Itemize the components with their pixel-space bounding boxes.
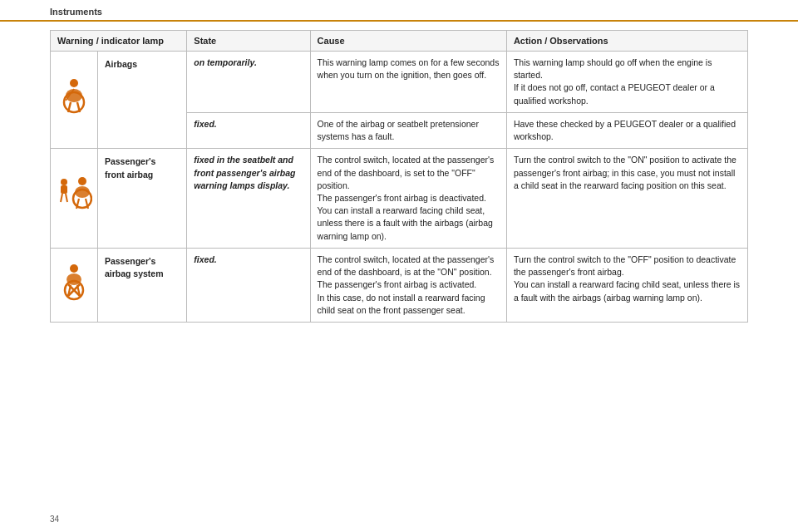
col-warning-lamp: Warning / indicator lamp	[51, 31, 187, 52]
svg-point-1	[66, 89, 82, 102]
svg-line-9	[66, 194, 67, 202]
svg-line-8	[61, 194, 62, 202]
airbag-state-1: on temporarily.	[187, 52, 310, 113]
airbag2-icon	[56, 175, 92, 217]
passenger-airbag-action: Turn the control switch to the "ON" posi…	[506, 149, 747, 249]
table-header-row: Warning / indicator lamp State Cause Act…	[51, 31, 748, 52]
header-title: Instruments	[50, 7, 102, 17]
col-state: State	[187, 31, 310, 52]
page-number: 34	[50, 515, 59, 524]
table-row: Passenger'sfront airbag fixed in the sea…	[51, 149, 748, 249]
passenger-airbag-system-cause: The control switch, located at the passe…	[310, 248, 506, 322]
airbag1-icon	[57, 77, 91, 119]
passenger-airbag-icon-cell	[51, 149, 98, 249]
svg-point-0	[70, 79, 78, 87]
airbag3-icon	[57, 263, 91, 304]
airbag-cause-2: One of the airbag or seatbelt pretension…	[310, 112, 506, 148]
instruments-table: Warning / indicator lamp State Cause Act…	[50, 30, 748, 323]
svg-point-15	[70, 264, 78, 273]
page-content: Warning / indicator lamp State Cause Act…	[0, 22, 798, 339]
passenger-airbag-cause: The control switch, located at the passe…	[310, 149, 506, 249]
passenger-airbag-system-name: Passenger'sairbag system	[97, 248, 186, 322]
airbag-action-2: Have these checked by a PEUGEOT dealer o…	[506, 112, 747, 148]
passenger-airbag-system-action: Turn the control switch to the "OFF" pos…	[506, 248, 747, 322]
col-cause: Cause	[310, 31, 506, 52]
col-action: Action / Observations	[506, 31, 747, 52]
page-header: Instruments	[0, 0, 798, 22]
svg-rect-7	[61, 185, 67, 194]
airbag-state-2: fixed.	[187, 112, 310, 148]
passenger-airbag-system-icon-cell	[51, 248, 98, 322]
airbag-cause-1: This warning lamp comes on for a few sec…	[310, 52, 506, 113]
svg-point-6	[61, 179, 67, 185]
svg-point-10	[78, 177, 86, 185]
airbag-icon-cell	[51, 52, 98, 149]
table-row: Passenger'sairbag system fixed. The cont…	[51, 248, 748, 322]
passenger-airbag-system-state: fixed.	[187, 248, 310, 322]
passenger-airbag-state: fixed in the seatbelt and front passenge…	[187, 149, 310, 249]
passenger-airbag-name: Passenger'sfront airbag	[97, 149, 186, 249]
airbag-name: Airbags	[97, 52, 186, 149]
airbag-action-1: This warning lamp should go off when the…	[506, 52, 747, 113]
table-row: Airbags on temporarily. This warning lam…	[51, 52, 748, 113]
